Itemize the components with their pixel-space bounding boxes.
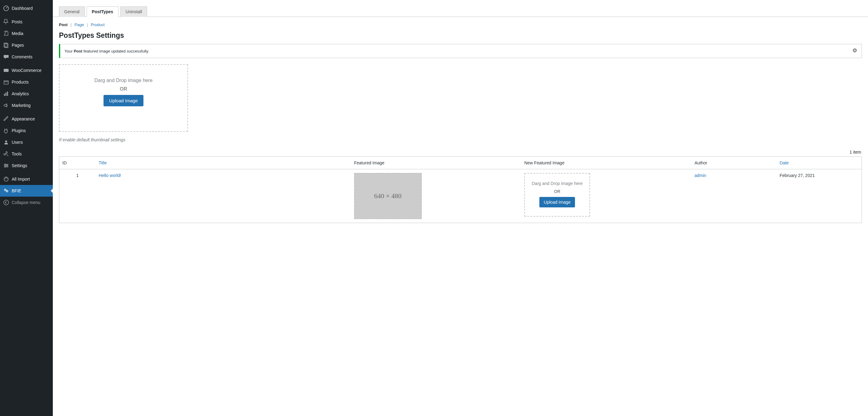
tab-uninstall[interactable]: Uninstall (120, 6, 148, 17)
svg-point-13 (6, 165, 8, 166)
svg-rect-5 (4, 94, 5, 96)
cell-id: 1 (59, 169, 96, 223)
sidebar-item-label: WooCommerce (12, 68, 41, 73)
sidebar-item-products[interactable]: Products (0, 76, 53, 88)
notice-dismiss-icon[interactable] (852, 48, 857, 54)
admin-sidebar: Dashboard Posts Media Pages Comments Woo… (0, 0, 53, 416)
sidebar-item-woocommerce[interactable]: WooCommerce (0, 64, 53, 76)
svg-point-12 (5, 164, 6, 165)
th-new-featured: New Featured Image (521, 157, 691, 169)
sidebar-item-label: Tools (12, 151, 22, 156)
users-icon (3, 139, 9, 145)
svg-rect-7 (7, 92, 8, 96)
plugins-icon (3, 127, 9, 133)
th-featured: Featured Image (351, 157, 521, 169)
tab-posttypes[interactable]: PostTypes (87, 6, 119, 17)
post-title-link[interactable]: Hello world! (99, 173, 121, 178)
sidebar-item-bfie[interactable]: BFIE (0, 185, 53, 197)
svg-point-15 (4, 177, 8, 181)
sidebar-item-analytics[interactable]: Analytics (0, 88, 53, 99)
cell-title: Hello world! (95, 169, 351, 223)
pin-icon (3, 19, 9, 25)
sidebar-item-settings[interactable]: Settings (0, 160, 53, 172)
cell-new-featured: Darg and Drop image here OR Upload Image (521, 169, 691, 223)
sidebar-collapse-label: Collapse menu (12, 200, 40, 205)
tab-label: PostTypes (92, 9, 113, 14)
dashboard-icon (3, 5, 9, 11)
sidebar-item-dashboard[interactable]: Dashboard (0, 2, 53, 14)
sidebar-item-label: All Import (12, 177, 30, 182)
th-title[interactable]: Title (95, 157, 351, 169)
dropzone-or-text: OR (120, 86, 127, 92)
author-link[interactable]: admin (694, 173, 706, 178)
sidebar-item-appearance[interactable]: Appearance (0, 113, 53, 125)
sidebar-item-label: Plugins (12, 128, 26, 133)
dropzone-drag-text: Darg and Drop image here (94, 78, 152, 83)
th-id: ID (59, 157, 96, 169)
media-icon (3, 30, 9, 36)
cell-featured-image: 640 × 480 (351, 169, 521, 223)
main-content: General PostTypes Uninstall Post | Page … (53, 0, 868, 416)
sidebar-item-label: Comments (12, 54, 33, 59)
svg-point-17 (6, 190, 8, 192)
products-icon (3, 79, 9, 85)
svg-rect-3 (4, 69, 9, 72)
sidebar-item-posts[interactable]: Posts (0, 16, 53, 28)
sidebar-item-label: BFIE (12, 188, 21, 193)
sidebar-collapse[interactable]: Collapse menu (0, 197, 53, 208)
success-notice: Your Post featured image updated success… (59, 44, 862, 58)
table-row: 1 Hello world! 640 × 480 Darg and Drop i… (59, 169, 862, 223)
sidebar-item-label: Analytics (12, 91, 29, 96)
items-count: 1 item (59, 150, 861, 154)
sidebar-item-label: Users (12, 140, 23, 145)
tab-general[interactable]: General (59, 6, 85, 17)
sidebar-item-label: Settings (12, 163, 27, 168)
cell-author: admin (691, 169, 776, 223)
sidebar-item-label: Posts (12, 19, 23, 24)
collapse-icon (3, 199, 9, 206)
marketing-icon (3, 102, 9, 109)
svg-rect-6 (5, 92, 6, 96)
sidebar-item-allimport[interactable]: All Import (0, 173, 53, 185)
default-image-dropzone[interactable]: Darg and Drop image here OR Upload Image (59, 64, 188, 132)
row-dropzone[interactable]: Darg and Drop image here OR Upload Image (524, 173, 590, 217)
sidebar-item-tools[interactable]: Tools (0, 148, 53, 160)
svg-point-8 (5, 140, 7, 142)
featured-thumb-placeholder: 640 × 480 (354, 173, 422, 219)
sidebar-item-label: Marketing (12, 103, 30, 108)
row-dropzone-drag-text: Darg and Drop image here (532, 181, 583, 186)
settings-icon (3, 162, 9, 169)
row-upload-image-button[interactable]: Upload Image (539, 197, 575, 207)
sidebar-item-label: Appearance (12, 116, 35, 121)
sidebar-item-marketing[interactable]: Marketing (0, 99, 53, 111)
sidebar-item-label: Dashboard (12, 6, 33, 11)
svg-point-18 (4, 200, 9, 205)
analytics-icon (3, 91, 9, 97)
allimport-icon (3, 176, 9, 182)
sidebar-item-media[interactable]: Media (0, 28, 53, 39)
subnav-post[interactable]: Post (59, 23, 68, 27)
tools-icon (3, 151, 9, 157)
subnav-page[interactable]: Page (75, 23, 84, 27)
notice-text: Your Post featured image updated success… (64, 49, 149, 54)
sidebar-item-label: Pages (12, 43, 24, 48)
posttype-subnav: Post | Page | Product (59, 23, 862, 27)
bfie-icon (3, 188, 9, 194)
upload-image-button[interactable]: Upload Image (103, 95, 143, 106)
sidebar-item-users[interactable]: Users (0, 137, 53, 148)
svg-rect-4 (4, 81, 8, 84)
woocommerce-icon (3, 67, 9, 73)
subnav-product[interactable]: Product (91, 23, 105, 27)
svg-point-14 (5, 166, 6, 168)
dropzone-hint: If enable default thumbnail settings (59, 137, 862, 142)
settings-tabs: General PostTypes Uninstall (53, 0, 868, 17)
sidebar-item-label: Products (12, 80, 29, 85)
pages-icon (3, 42, 9, 48)
sidebar-item-plugins[interactable]: Plugins (0, 125, 53, 137)
th-date[interactable]: Date (776, 157, 862, 169)
tab-label: General (64, 9, 80, 14)
sidebar-item-comments[interactable]: Comments (0, 51, 53, 63)
comments-icon (3, 54, 9, 60)
sidebar-item-pages[interactable]: Pages (0, 39, 53, 51)
posts-table: ID Title Featured Image New Featured Ima… (59, 156, 862, 223)
